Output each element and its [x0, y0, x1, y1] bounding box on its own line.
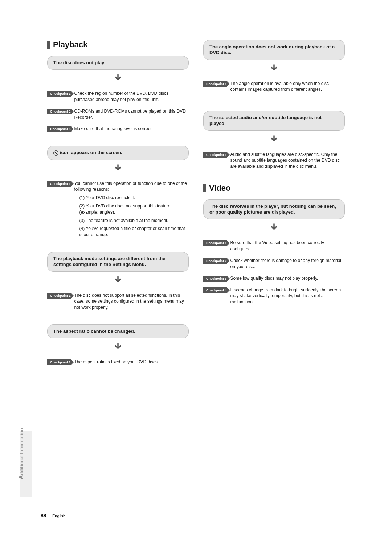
section-bar-icon [203, 184, 206, 192]
sidebar-rest: dditional Information [19, 428, 24, 475]
checkpoint-badge: Checkpoint 1 [203, 152, 227, 158]
arrow-down-icon [47, 163, 189, 175]
arrow-down-icon [47, 73, 189, 85]
problem-heading: The playback mode settings are different… [47, 252, 189, 272]
problem-block: The angle operation does not work during… [203, 40, 345, 93]
checkpoint-row: Checkpoint 1 The disc does not support a… [47, 292, 189, 311]
page-footer: 88 - English [41, 513, 65, 518]
problem-heading: The aspect ratio cannot be changed. [47, 324, 189, 338]
arrow-down-icon [203, 64, 345, 75]
checkpoint-row: Checkpoint 1 Be sure that the Video sett… [203, 239, 345, 252]
arrow-down-icon [203, 134, 345, 146]
checkpoint-text: CD-ROMs and DVD-ROMs cannot be played on… [74, 108, 189, 121]
checkpoint-row: Checkpoint 3 Make sure that the rating l… [47, 125, 189, 132]
problem-heading: The angle operation does not work during… [203, 40, 345, 60]
checkpoint-badge: Checkpoint 3 [47, 126, 71, 132]
checkpoint-text: The disc does not support all selected f… [74, 292, 189, 311]
prohibit-icon [53, 150, 58, 156]
checkpoint-text: Check the region number of the DVD. DVD … [74, 90, 189, 103]
checkpoint-badge: Checkpoint 2 [47, 109, 71, 114]
checkpoint-text: Check whether there is damage to or any … [230, 257, 345, 270]
section-title-playback: Playback [47, 40, 189, 49]
problem-heading: The disc does not play. [47, 56, 189, 70]
checkpoint-sub: (4) You've requested a title or chapter … [74, 226, 189, 238]
page-number: 88 [41, 513, 46, 518]
right-column: The angle operation does not work during… [203, 40, 345, 379]
checkpoint-badge: Checkpoint 3 [203, 276, 227, 282]
checkpoint-text: The angle operation is available only wh… [230, 80, 345, 93]
checkpoint-badge: Checkpoint 4 [203, 287, 227, 293]
arrow-down-icon [203, 223, 345, 234]
checkpoint-text: Some low quality discs may not play prop… [230, 275, 318, 282]
checkpoint-row: Checkpoint 1 You cannot use this operati… [47, 180, 189, 238]
problem-block: The selected audio and/or subtitle langu… [203, 111, 345, 170]
checkpoint-text: If scenes change from dark to bright sud… [230, 287, 345, 305]
checkpoint-row: Checkpoint 4 If scenes change from dark … [203, 287, 345, 305]
checkpoint-text: You cannot use this operation or functio… [74, 180, 189, 238]
footer-language: English [52, 514, 65, 518]
checkpoint-row: Checkpoint 1 Check the region number of … [47, 90, 189, 103]
section-heading: Video [209, 183, 231, 193]
checkpoint-main-text: You cannot use this operation or functio… [74, 181, 187, 192]
checkpoint-badge: Checkpoint 1 [47, 181, 71, 187]
checkpoint-row: Checkpoint 2 CD-ROMs and DVD-ROMs cannot… [47, 108, 189, 121]
checkpoint-text: The aspect ratio is fixed on your DVD di… [74, 359, 159, 365]
checkpoint-text: Audio and subtitle languages are disc-sp… [230, 151, 345, 170]
arrow-down-icon [47, 275, 189, 287]
sidebar-section-label: Additional Information [18, 428, 25, 479]
manual-page: Additional Information Playback The disc… [0, 0, 392, 541]
section-heading: Playback [53, 40, 87, 49]
checkpoint-row: Checkpoint 1 Audio and subtitle language… [203, 151, 345, 170]
checkpoint-badge: Checkpoint 1 [47, 293, 71, 299]
checkpoint-row: Checkpoint 1 The angle operation is avai… [203, 80, 345, 93]
problem-heading-text: icon appears on the screen. [60, 150, 122, 155]
checkpoint-badge: Checkpoint 2 [203, 258, 227, 264]
section-title-video: Video [203, 183, 345, 193]
problem-block: The disc revolves in the player, but not… [203, 199, 345, 305]
checkpoint-row: Checkpoint 2 Check whether there is dama… [203, 257, 345, 270]
section-bar-icon [47, 41, 50, 49]
checkpoint-row: Checkpoint 1 The aspect ratio is fixed o… [47, 359, 189, 365]
left-column: Playback The disc does not play. Checkpo… [47, 40, 189, 379]
problem-block: icon appears on the screen. Checkpoint 1… [47, 146, 189, 238]
problem-heading: The disc revolves in the player, but not… [203, 199, 345, 219]
checkpoint-badge: Checkpoint 1 [47, 359, 71, 365]
checkpoint-text: Be sure that the Video setting has been … [230, 239, 345, 252]
checkpoint-row: Checkpoint 3 Some low quality discs may … [203, 275, 345, 282]
checkpoint-badge: Checkpoint 1 [203, 81, 227, 87]
problem-block: The aspect ratio cannot be changed. Chec… [47, 324, 189, 365]
problem-block: The playback mode settings are different… [47, 252, 189, 311]
checkpoint-sub: (3) The feature is not available at the … [74, 218, 189, 224]
checkpoint-sub: (2) Your DVD disc does not support this … [74, 203, 189, 215]
checkpoint-text: Make sure that the rating level is corre… [74, 125, 153, 132]
checkpoint-sub: (1) Your DVD disc restricts it. [74, 195, 189, 201]
arrow-down-icon [47, 342, 189, 354]
checkpoint-badge: Checkpoint 1 [203, 240, 227, 246]
problem-heading: icon appears on the screen. [47, 146, 189, 160]
content-columns: Playback The disc does not play. Checkpo… [47, 40, 345, 379]
sidebar-cap: A [18, 475, 24, 479]
problem-heading: The selected audio and/or subtitle langu… [203, 111, 345, 131]
checkpoint-badge: Checkpoint 1 [47, 91, 71, 97]
problem-block: The disc does not play. Checkpoint 1 Che… [47, 56, 189, 132]
